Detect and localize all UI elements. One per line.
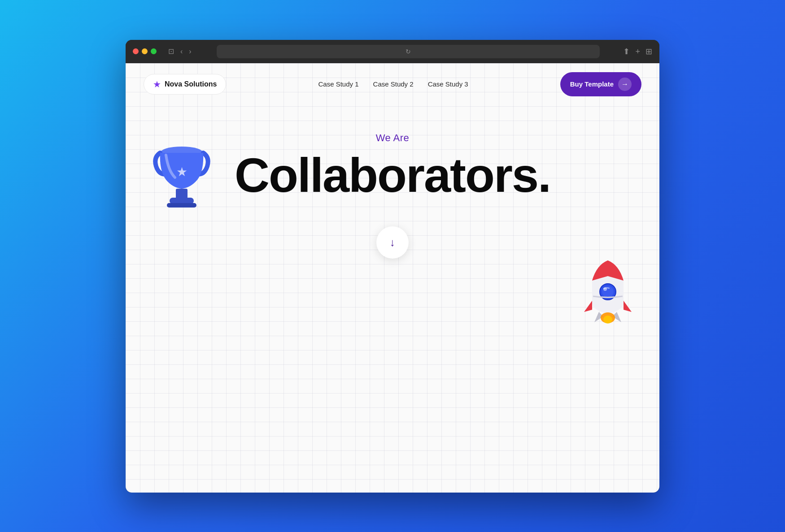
forward-button[interactable]: › (187, 46, 193, 57)
svg-point-9 (603, 316, 612, 324)
nav-links: Case Study 1 Case Study 2 Case Study 3 (318, 80, 468, 88)
hero-title: Collaborators. (235, 151, 550, 199)
nav-case-study-2[interactable]: Case Study 2 (373, 80, 414, 88)
reload-icon: ↻ (406, 48, 411, 55)
svg-rect-3 (167, 203, 196, 208)
address-bar[interactable]: ↻ (217, 45, 600, 58)
logo-star-icon: ★ (153, 79, 161, 90)
share-button[interactable]: ⬆ (623, 48, 630, 56)
tab-grid-button[interactable]: ⊞ (645, 48, 652, 56)
traffic-lights (133, 48, 157, 54)
browser-controls: ⊡ ‹ › (166, 46, 193, 57)
buy-template-label: Buy Template (570, 80, 614, 88)
back-button[interactable]: ‹ (179, 46, 184, 57)
logo-text: Nova Solutions (165, 80, 217, 88)
hero-subtitle: We Are (376, 132, 409, 144)
navbar: ★ Nova Solutions Case Study 1 Case Study… (126, 63, 659, 105)
nav-case-study-3[interactable]: Case Study 3 (428, 80, 468, 88)
window-mode-button[interactable]: ⊡ (166, 46, 176, 57)
browser-actions: ⬆ + ⊞ (623, 48, 652, 56)
svg-rect-2 (170, 198, 194, 204)
rocket-icon (579, 256, 637, 327)
trophy-icon: ★ (153, 139, 211, 213)
svg-text:★: ★ (176, 165, 188, 179)
cta-arrow-icon: → (618, 78, 632, 91)
browser-titlebar: ⊡ ‹ › ↻ ⬆ + ⊞ (126, 40, 659, 63)
buy-template-button[interactable]: Buy Template → (560, 72, 641, 96)
traffic-light-green[interactable] (151, 48, 157, 54)
scroll-down-button[interactable]: ↓ (376, 226, 409, 259)
svg-rect-1 (176, 189, 188, 199)
new-tab-button[interactable]: + (635, 48, 640, 56)
traffic-light-red[interactable] (133, 48, 139, 54)
logo-container: ★ Nova Solutions (144, 74, 226, 95)
browser-window: ⊡ ‹ › ↻ ⬆ + ⊞ ★ Nova Solutions Case Stud… (126, 40, 659, 493)
traffic-light-yellow[interactable] (142, 48, 148, 54)
nav-case-study-1[interactable]: Case Study 1 (318, 80, 359, 88)
scroll-arrow-icon: ↓ (390, 236, 395, 249)
website-content: ★ Nova Solutions Case Study 1 Case Study… (126, 63, 659, 493)
